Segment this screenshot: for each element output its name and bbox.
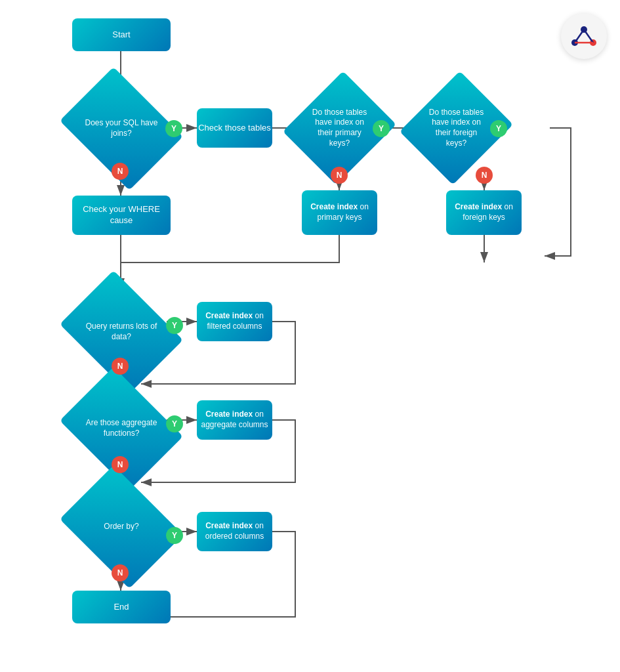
badge-sql-joins-y: Y	[165, 120, 182, 137]
badge-index-foreign-y: Y	[490, 120, 507, 137]
index-foreign-node: Do those tables have index on their fore…	[419, 85, 494, 171]
badge-index-primary-y: Y	[373, 120, 390, 137]
check-tables-node: Check those tables	[197, 108, 272, 148]
create-index-filtered-node: Create index on filtered columns	[197, 302, 272, 341]
badge-index-primary-n: N	[331, 167, 348, 184]
create-index-ordered-node: Create index on ordered columns	[197, 512, 272, 551]
badge-index-foreign-n: N	[476, 167, 493, 184]
svg-line-4	[584, 30, 593, 43]
badge-order-by-n: N	[112, 564, 129, 581]
badge-query-lots-y: Y	[166, 317, 183, 334]
badge-sql-joins-n: N	[112, 163, 129, 180]
svg-line-3	[575, 30, 584, 43]
start-node: Start	[72, 18, 171, 51]
logo	[561, 13, 607, 59]
badge-query-lots-n: N	[112, 358, 129, 375]
badge-aggregate-n: N	[112, 456, 129, 473]
aggregate-node: Are those aggregate functions?	[72, 390, 171, 467]
create-index-fk-node: Create index on foreign keys	[446, 190, 522, 235]
sql-joins-node: Does your SQL have joins?	[72, 91, 171, 167]
order-by-node: Order by?	[72, 489, 171, 565]
flowchart-container: Start Does your SQL have joins? Y N Chec…	[0, 0, 620, 672]
create-index-pk-node: Create index on primary keys	[302, 190, 377, 235]
index-primary-node: Do those tables have index on their prim…	[302, 85, 377, 171]
end-node: End	[72, 591, 171, 623]
create-index-agg-node: Create index on aggregate columns	[197, 400, 272, 440]
badge-aggregate-y: Y	[166, 415, 183, 432]
check-where-node: Check your WHERE cause	[72, 196, 171, 235]
badge-order-by-y: Y	[166, 527, 183, 544]
